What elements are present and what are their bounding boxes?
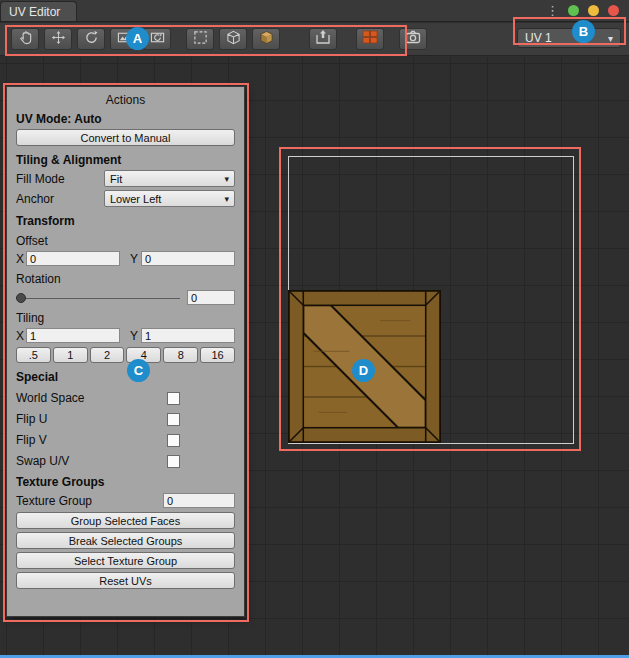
tiling-y-field[interactable]: 1 [141, 328, 235, 343]
tiling-x-label: X [16, 329, 26, 343]
tab-bar: UV Editor ⋮ [0, 0, 629, 22]
move-arrows-icon [51, 30, 66, 49]
texture-groups-header: Texture Groups [16, 475, 235, 489]
bricks-icon [362, 29, 378, 49]
rotate-tool-button[interactable] [77, 28, 105, 50]
fill-mode-label: Fill Mode [16, 172, 104, 186]
element-mode-button[interactable] [219, 28, 247, 50]
move-tool-button[interactable] [44, 28, 72, 50]
actions-panel-title: Actions [16, 91, 235, 112]
tiling-preset-16-button[interactable]: 16 [200, 347, 235, 363]
tiling-x-field[interactable]: 1 [26, 328, 120, 343]
traffic-light-green-icon[interactable] [568, 5, 579, 16]
select-texture-group-button[interactable]: Select Texture Group [16, 552, 235, 569]
uv-channel-value: UV 1 [525, 31, 552, 45]
tiling-preset-2-button[interactable]: 2 [90, 347, 125, 363]
tiling-preset-8-button[interactable]: 8 [163, 347, 198, 363]
world-space-label: World Space [16, 391, 167, 405]
chevron-down-icon: ▾ [608, 33, 613, 44]
swap-uv-checkbox[interactable] [167, 455, 180, 468]
screenshot-button[interactable] [399, 28, 427, 50]
tiling-preset-half-button[interactable]: .5 [16, 347, 51, 363]
offset-y-field[interactable]: 0 [141, 251, 235, 266]
tiling-y-label: Y [128, 329, 138, 343]
traffic-light-red-icon[interactable] [608, 5, 619, 16]
tiling-preset-1-button[interactable]: 1 [53, 347, 88, 363]
world-space-checkbox[interactable] [167, 392, 180, 405]
hand-icon [18, 30, 33, 49]
rect-select-mode-button[interactable] [186, 28, 214, 50]
offset-x-field[interactable]: 0 [26, 251, 120, 266]
rotate-icon [84, 30, 99, 49]
callout-badge-d: D [352, 359, 375, 382]
callout-badge-c: C [127, 359, 150, 382]
tab-title: UV Editor [9, 5, 60, 19]
break-selected-groups-button[interactable]: Break Selected Groups [16, 532, 235, 549]
fill-mode-value: Fit [110, 173, 122, 185]
swap-uv-label: Swap U/V [16, 454, 167, 468]
offset-label: Offset [16, 234, 235, 248]
flip-v-label: Flip V [16, 433, 167, 447]
cube-outline-icon [226, 30, 241, 49]
actions-panel: Actions UV Mode: Auto Convert to Manual … [6, 86, 245, 617]
convert-to-manual-button[interactable]: Convert to Manual [16, 129, 235, 146]
offset-y-label: Y [128, 252, 138, 266]
flip-u-label: Flip U [16, 412, 167, 426]
callout-badge-a: A [126, 27, 149, 50]
offset-x-label: X [16, 252, 26, 266]
group-selected-faces-button[interactable]: Group Selected Faces [16, 512, 235, 529]
box-arrow-up-icon [315, 29, 331, 49]
rotation-label: Rotation [16, 272, 235, 286]
anchor-value: Lower Left [110, 193, 161, 205]
image-rotate-icon [150, 30, 165, 49]
cube-filled-icon [259, 30, 274, 49]
special-header: Special [16, 370, 235, 384]
marquee-icon [193, 30, 208, 49]
traffic-light-yellow-icon[interactable] [588, 5, 599, 16]
camera-icon [405, 29, 421, 49]
slider-track [16, 298, 180, 299]
pan-tool-button[interactable] [11, 28, 39, 50]
anchor-dropdown[interactable]: Lower Left ▾ [104, 190, 235, 207]
tiling-label: Tiling [16, 311, 235, 325]
tab-uv-editor[interactable]: UV Editor [0, 1, 77, 21]
reset-uvs-button[interactable]: Reset UVs [16, 572, 235, 589]
anchor-label: Anchor [16, 192, 104, 206]
tiling-alignment-header: Tiling & Alignment [16, 153, 235, 167]
slider-knob[interactable] [16, 293, 26, 303]
rotation-slider[interactable] [16, 291, 180, 305]
uv-channel-dropdown[interactable]: UV 1 ▾ [517, 28, 621, 48]
window-menu-icon[interactable]: ⋮ [546, 4, 559, 17]
uv-editor-window: UV Editor ⋮ [0, 0, 629, 658]
render-uv-template-button[interactable] [356, 28, 384, 50]
rotation-value-field[interactable]: 0 [187, 290, 235, 305]
chevron-down-icon: ▾ [224, 174, 229, 184]
chevron-down-icon: ▾ [224, 194, 229, 204]
transform-header: Transform [16, 214, 235, 228]
flip-u-checkbox[interactable] [167, 413, 180, 426]
flip-v-checkbox[interactable] [167, 434, 180, 447]
face-mode-button[interactable] [252, 28, 280, 50]
texture-group-field[interactable]: 0 [163, 493, 235, 508]
texture-group-label: Texture Group [16, 494, 163, 508]
project-uv-button[interactable] [309, 28, 337, 50]
uv-mode-label: UV Mode: Auto [16, 112, 235, 126]
callout-badge-b: B [572, 20, 595, 43]
window-controls: ⋮ [546, 0, 629, 21]
fill-mode-dropdown[interactable]: Fit ▾ [104, 170, 235, 187]
